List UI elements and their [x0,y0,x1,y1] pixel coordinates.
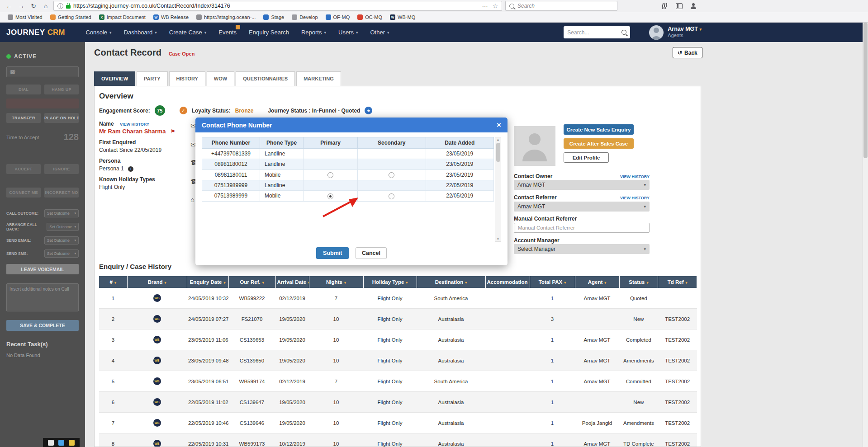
leave-voicemail-button[interactable]: LEAVE VOICEMAIL [6,264,79,274]
bookmark-item[interactable]: OC-MQ [354,14,385,21]
column-header[interactable]: Holiday Type▾ [363,276,417,288]
nav-item[interactable]: Other ▾ [370,29,389,36]
enquiry-row[interactable]: 5 WB 23/05/2019 06:51 WB599174 02/12/201… [99,371,697,392]
bookmark-item[interactable]: X Impact Document [96,14,149,21]
column-header[interactable]: Total PAX▾ [530,276,575,288]
back-button[interactable]: ↺Back [673,47,702,58]
tab[interactable]: MARKETING [296,71,341,86]
column-header[interactable]: Nights▾ [309,276,363,288]
refresh-icon[interactable]: ↻ [29,3,38,9]
enquiry-row[interactable]: 4 WB 23/05/2019 09:48 CS139650 19/05/202… [99,350,697,371]
sidebar-toggle-icon[interactable] [676,3,683,9]
column-header[interactable]: Td Ref▾ [658,276,697,288]
account-icon[interactable] [690,3,696,9]
enquiry-row[interactable]: 8 WB 22/05/2019 10:31 WB599173 10/12/201… [99,433,697,447]
url-text[interactable]: https://staging.journey-crm.co.uk/Contac… [73,3,479,9]
primary-radio[interactable] [327,193,333,199]
home-icon[interactable]: ⌂ [41,3,50,9]
browser-forward-icon[interactable]: → [17,3,26,9]
search-icon[interactable] [621,30,626,35]
bookmark-item[interactable]: W WB Release [150,14,192,21]
info-icon[interactable]: i [128,166,133,172]
window-scrollbar[interactable] [863,23,868,447]
taskbar-app-icon[interactable] [48,440,54,446]
column-header[interactable]: Agent▾ [575,276,619,288]
tab[interactable]: QUESTIONNAIRES [236,71,295,86]
nav-item[interactable]: Create Case ▾ [169,29,207,36]
tab[interactable]: HISTORY [169,71,205,86]
nav-item[interactable]: Console ▾ [85,29,111,36]
transfer-button[interactable]: TRANSFER [6,113,41,123]
phone-row[interactable]: 07513989999 Landline 22/05/2019 [202,180,494,190]
nav-item[interactable]: Enquiry Search ▾ [249,29,289,36]
enquiry-row[interactable]: 7 WB 22/05/2019 10:46 CS139646 19/05/202… [99,413,697,433]
home-icon[interactable]: ⌂ [190,196,194,203]
contact-owner-select[interactable]: Arnav MGT▾ [514,180,650,190]
tab[interactable]: OVERVIEW [94,71,135,86]
nav-item[interactable]: Events ▾ [218,29,237,36]
browser-back-icon[interactable]: ← [5,3,14,9]
nav-item[interactable]: Dashboard ▾ [124,29,157,36]
bookmark-star-icon[interactable]: ☆ [492,2,498,9]
phone-row[interactable]: 07513989999 Mobile 22/05/2019 [202,191,494,201]
save-complete-button[interactable]: SAVE & COMPLETE [6,320,79,331]
view-history-link[interactable]: VIEW HISTORY [620,196,650,200]
tab[interactable]: WOW [207,71,234,86]
url-bar[interactable]: i https://staging.journey-crm.co.uk/Cont… [53,1,502,11]
bookmark-item[interactable]: OF-MQ [323,14,353,21]
outcome-select[interactable]: Set Outcome▾ [44,209,79,217]
disabled-call-button[interactable] [6,99,79,108]
submit-button[interactable]: Submit [316,247,349,259]
user-menu[interactable]: Arnav MGT ▾ Agents [668,26,702,38]
column-header[interactable]: Our Ref.▾ [228,276,275,288]
app-logo[interactable]: JOURNEYCRM [6,28,65,37]
library-icon[interactable] [662,3,668,9]
phone-row[interactable]: 08981180012 Landline 23/05/2019 [202,159,494,169]
bookmark-item[interactable]: Stage [260,14,287,21]
scrollbar-thumb[interactable] [863,23,868,158]
bookmark-item[interactable]: Develop [289,14,321,21]
view-history-link[interactable]: VIEW HISTORY [120,122,149,127]
primary-radio[interactable] [327,172,333,178]
navbar-search[interactable] [564,26,630,38]
modal-scrollbar[interactable]: ▲ ▼ [495,137,501,242]
outcome-select[interactable]: Set Outcome▾ [44,236,79,245]
enquiry-row[interactable]: 3 WB 23/05/2019 11:06 CS139653 19/05/202… [99,329,697,350]
bookmark-item[interactable]: Getting Started [47,14,95,21]
phone-row[interactable]: +447397081339 Landline 23/05/2019 [202,149,494,159]
column-header[interactable]: Enquiry Date▾ [187,276,228,288]
manual-referrer-input[interactable] [514,223,650,233]
secondary-radio[interactable] [389,172,394,178]
bookmark-item[interactable]: https://staging.ocean-... [193,14,259,21]
column-header[interactable]: Arrival Date▾ [275,276,309,288]
column-header[interactable]: Destination▾ [417,276,485,288]
cancel-button[interactable]: Cancel [356,247,387,259]
bookmark-item[interactable]: Most Visited [5,14,46,21]
enquiry-row[interactable]: 1 WB 24/05/2019 10:32 WB599222 02/12/201… [99,288,697,309]
column-header[interactable]: Status▾ [619,276,658,288]
taskbar-app-icon[interactable] [69,440,75,446]
enquiry-row[interactable]: 6 WB 22/05/2019 11:02 CS139647 19/05/202… [99,392,697,413]
outcome-select[interactable]: Set Outcome▾ [47,223,79,231]
outcome-select[interactable]: Set Outcome▾ [44,249,79,258]
phone-number-field[interactable]: ☎ [6,66,79,77]
phone-number-input[interactable] [18,69,76,75]
call-notes-textarea[interactable] [6,283,79,311]
scrollbar-thumb[interactable] [496,143,500,162]
create-after-sales-case-button[interactable]: Create After Sales Case [564,138,634,149]
browser-search[interactable] [505,1,617,11]
place-on-hold-button[interactable]: PLACE ON HOLD [44,113,79,123]
scroll-down-icon[interactable]: ▼ [497,238,499,240]
browser-search-input[interactable] [517,3,613,9]
account-manager-select[interactable]: Select Manager▾ [514,244,650,254]
site-info-icon[interactable]: i [57,3,63,9]
page-actions-icon[interactable]: ⋯ [482,3,488,9]
flag-icon[interactable]: ⚑ [171,128,175,135]
accept-button[interactable]: ACCEPT [6,164,41,174]
close-icon[interactable]: × [497,121,501,130]
column-header[interactable]: Brand▾ [127,276,187,288]
nav-item[interactable]: Reports ▾ [301,29,326,36]
scroll-up-icon[interactable]: ▲ [497,138,499,141]
contact-referrer-select[interactable]: Arnav MGT▾ [514,202,650,212]
secondary-radio[interactable] [389,193,394,199]
